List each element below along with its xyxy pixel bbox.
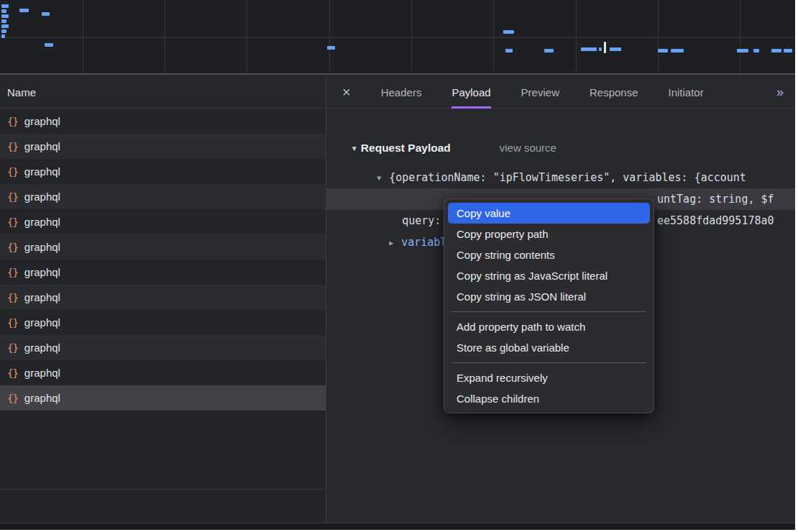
timeline-activity-bar — [327, 46, 335, 50]
close-icon[interactable]: × — [342, 76, 351, 109]
request-name: graphql — [24, 266, 60, 278]
json-braces-icon: {} — [7, 191, 18, 203]
payload-root-row[interactable]: ▼{operationName: "ipFlowTimeseries", var… — [326, 145, 795, 167]
request-name: graphql — [24, 316, 60, 329]
timeline-activity-bar — [610, 47, 621, 51]
request-row[interactable]: {}graphql — [0, 260, 326, 285]
timeline-gridline — [493, 0, 494, 73]
tab-payload[interactable]: Payload — [451, 76, 490, 109]
timeline-activity-bar — [45, 43, 53, 47]
menu-item-copy-property-path[interactable]: Copy property path — [448, 224, 650, 244]
payload-row-operation-name[interactable]: operationName: "ipFlowTimeseries" — [326, 167, 795, 188]
request-row[interactable]: {}graphql — [0, 360, 326, 385]
request-name: graphql — [24, 165, 60, 178]
request-row[interactable]: {}graphql — [0, 234, 326, 260]
json-braces-icon: {} — [7, 393, 18, 404]
request-row[interactable]: {}graphql — [0, 209, 326, 234]
devtools-window: Name {}graphql{}graphql{}graphql{}graphq… — [0, 0, 795, 530]
timeline-activity-bar — [771, 49, 781, 52]
json-braces-icon: {} — [7, 267, 18, 278]
request-name: graphql — [24, 241, 60, 253]
request-row[interactable]: {}graphql — [0, 335, 326, 360]
menu-item-add-property-path-to-watch[interactable]: Add property path to watch — [448, 316, 650, 337]
tab-headers[interactable]: Headers — [381, 76, 422, 109]
request-payload-header: ▼Request Payloadview source — [332, 118, 556, 138]
request-name: graphql — [24, 341, 60, 354]
timeline-activity-bar — [604, 42, 606, 53]
menu-item-copy-string-as-javascript-literal[interactable]: Copy string as JavaScript literal — [448, 265, 650, 286]
timeline-activity-bar — [19, 9, 29, 12]
timeline-gridline — [165, 0, 165, 73]
menu-item-collapse-children[interactable]: Collapse children — [448, 388, 650, 409]
json-braces-icon: {} — [7, 292, 18, 303]
timeline-gridline — [0, 37, 795, 38]
expand-arrow-icon[interactable]: ▶ — [389, 232, 401, 254]
timeline-activity-bar — [544, 49, 554, 52]
timeline-activity-bar — [658, 49, 668, 52]
property-value-right: ee5588fdad995178a0 — [657, 210, 774, 231]
timeline-activity-bar — [505, 49, 513, 52]
statusbar-strip — [0, 523, 795, 530]
timeline-gridline — [411, 0, 412, 73]
tab-initiator[interactable]: Initiator — [669, 76, 704, 109]
timeline-overview[interactable] — [0, 0, 795, 75]
menu-item-copy-value[interactable]: Copy value — [448, 203, 650, 224]
request-name: graphql — [24, 367, 60, 379]
context-menu: Copy valueCopy property pathCopy string … — [444, 198, 654, 413]
property-value-right: untTag: string, $f — [657, 188, 774, 210]
column-header-name[interactable]: Name — [0, 76, 326, 109]
json-braces-icon: {} — [7, 216, 18, 228]
timeline-activity-bar — [1, 19, 6, 23]
menu-item-expand-recursively[interactable]: Expand recursively — [448, 367, 650, 388]
request-name: graphql — [24, 291, 60, 303]
timeline-gridline — [83, 0, 83, 73]
timeline-activity-bar — [1, 35, 5, 38]
menu-separator — [451, 311, 646, 312]
tab-response[interactable]: Response — [590, 76, 638, 109]
more-tabs-icon[interactable]: » — [776, 76, 784, 109]
tab-preview[interactable]: Preview — [521, 76, 559, 109]
tabs-container: HeadersPayloadPreviewResponseInitiator — [381, 76, 704, 109]
timeline-gridline — [247, 0, 247, 73]
timeline-gridline — [576, 0, 577, 73]
menu-item-store-as-global-variable[interactable]: Store as global variable — [448, 337, 650, 358]
menu-item-copy-string-as-json-literal[interactable]: Copy string as JSON literal — [448, 286, 650, 307]
timeline-activity-bar — [1, 29, 6, 33]
timeline-activity-bar — [599, 47, 602, 51]
timeline-activity-bar — [42, 12, 50, 16]
timeline-gridline — [658, 0, 659, 73]
request-row[interactable]: {}graphql — [0, 310, 326, 335]
timeline-activity-bar — [503, 30, 514, 34]
json-braces-icon: {} — [7, 242, 18, 253]
request-row[interactable]: {}graphql — [0, 285, 326, 310]
timeline-gridline — [329, 0, 330, 73]
timeline-activity-bar — [671, 49, 684, 52]
json-braces-icon: {} — [7, 342, 18, 354]
menu-item-copy-string-contents[interactable]: Copy string contents — [448, 244, 650, 265]
request-list-panel: Name {}graphql{}graphql{}graphql{}graphq… — [0, 76, 326, 523]
request-row[interactable]: {}graphql — [0, 109, 326, 134]
timeline-activity-bar — [1, 4, 9, 8]
request-row[interactable]: {}graphql — [0, 184, 326, 209]
request-row[interactable]: {}graphql — [0, 134, 326, 159]
timeline-activity-bar — [753, 49, 759, 52]
menu-separator — [451, 362, 646, 363]
timeline-activity-bar — [737, 49, 748, 52]
json-braces-icon: {} — [7, 116, 18, 127]
request-row[interactable]: {}graphql — [0, 385, 326, 411]
request-name: graphql — [24, 115, 60, 127]
request-name: graphql — [24, 140, 60, 152]
json-braces-icon: {} — [7, 141, 18, 152]
timeline-gridline — [740, 0, 740, 73]
tab-bar: × HeadersPayloadPreviewResponseInitiator… — [326, 76, 795, 109]
timeline-activity-bar — [1, 24, 9, 28]
json-braces-icon: {} — [7, 166, 18, 178]
request-name: graphql — [24, 392, 60, 404]
timeline-activity-bar — [784, 49, 792, 52]
request-name: graphql — [24, 216, 60, 228]
json-braces-icon: {} — [7, 367, 18, 379]
list-bottom-divider — [0, 489, 326, 490]
timeline-activity-bar — [581, 47, 597, 51]
request-row[interactable]: {}graphql — [0, 159, 326, 184]
timeline-activity-bar — [1, 9, 6, 13]
